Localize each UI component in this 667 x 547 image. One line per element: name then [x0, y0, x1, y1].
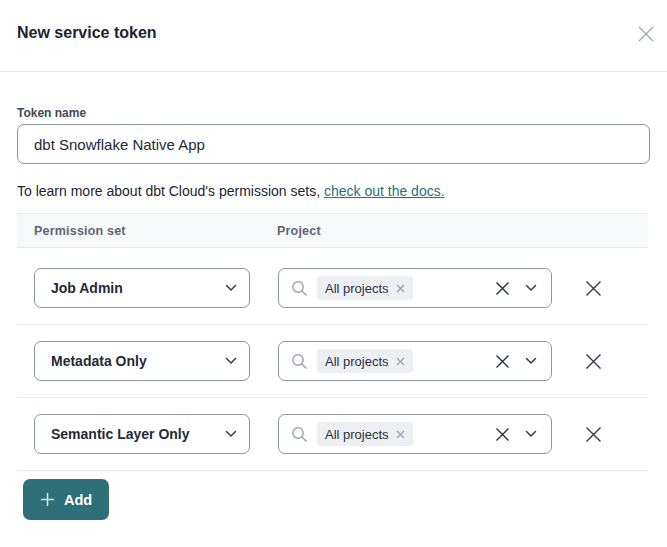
remove-row-button[interactable] — [581, 276, 605, 300]
token-name-label: Token name — [17, 106, 86, 120]
remove-row-icon — [585, 280, 602, 297]
project-chip: All projects — [317, 349, 413, 373]
column-header-project: Project — [277, 224, 321, 238]
docs-link[interactable]: check out the docs. — [324, 183, 445, 199]
column-header-permission-set: Permission set — [34, 224, 126, 238]
project-multiselect[interactable]: All projects — [278, 414, 552, 454]
project-chip: All projects — [317, 276, 413, 300]
project-chip-label: All projects — [325, 427, 389, 442]
chevron-down-icon[interactable] — [525, 430, 537, 438]
new-service-token-modal: New service token Token name To learn mo… — [0, 0, 667, 547]
search-icon — [291, 353, 308, 370]
add-button[interactable]: Add — [23, 479, 109, 520]
row-divider — [17, 324, 648, 325]
docs-text: To learn more about dbt Cloud's permissi… — [17, 183, 324, 199]
clear-selection-icon[interactable] — [495, 354, 510, 369]
token-name-input[interactable] — [17, 124, 650, 164]
permission-row: Job Admin All projects — [0, 268, 667, 308]
plus-icon — [40, 492, 55, 507]
remove-row-button[interactable] — [581, 349, 605, 373]
permission-set-select[interactable]: Semantic Layer Only — [34, 414, 250, 454]
row-divider — [17, 397, 648, 398]
project-multiselect[interactable]: All projects — [278, 268, 552, 308]
table-header-row: Permission set Project — [17, 213, 648, 248]
chevron-down-icon — [225, 357, 237, 365]
remove-row-icon — [585, 353, 602, 370]
docs-sentence: To learn more about dbt Cloud's permissi… — [17, 183, 445, 199]
project-chip-label: All projects — [325, 354, 389, 369]
remove-row-icon — [585, 426, 602, 443]
row-divider — [17, 470, 648, 471]
chevron-down-icon — [225, 430, 237, 438]
chevron-down-icon — [225, 284, 237, 292]
search-icon — [291, 280, 308, 297]
search-icon — [291, 426, 308, 443]
permission-set-value: Metadata Only — [51, 353, 225, 369]
close-icon — [636, 24, 656, 44]
project-chip: All projects — [317, 422, 413, 446]
chip-remove-icon[interactable] — [396, 357, 405, 366]
permission-set-value: Job Admin — [51, 280, 225, 296]
chip-remove-icon[interactable] — [396, 284, 405, 293]
add-button-label: Add — [64, 492, 92, 508]
permission-set-select[interactable]: Metadata Only — [34, 341, 250, 381]
permission-row: Metadata Only All projects — [0, 341, 667, 381]
chevron-down-icon[interactable] — [525, 284, 537, 292]
permission-set-value: Semantic Layer Only — [51, 426, 225, 442]
project-chip-label: All projects — [325, 281, 389, 296]
chevron-down-icon[interactable] — [525, 357, 537, 365]
remove-row-button[interactable] — [581, 422, 605, 446]
clear-selection-icon[interactable] — [495, 281, 510, 296]
page-title: New service token — [17, 24, 157, 42]
permission-row: Semantic Layer Only All projects — [0, 414, 667, 454]
permission-set-select[interactable]: Job Admin — [34, 268, 250, 308]
chip-remove-icon[interactable] — [396, 430, 405, 439]
close-button[interactable] — [636, 24, 656, 44]
modal-header: New service token — [0, 0, 667, 72]
project-multiselect[interactable]: All projects — [278, 341, 552, 381]
clear-selection-icon[interactable] — [495, 427, 510, 442]
